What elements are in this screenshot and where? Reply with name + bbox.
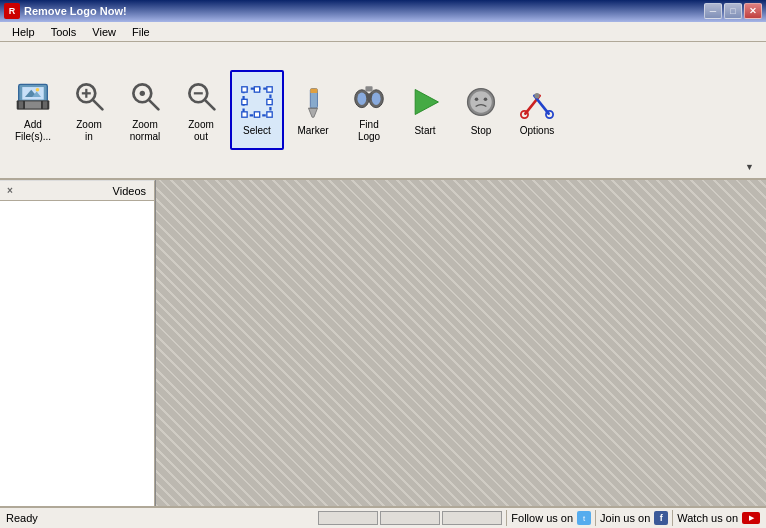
maximize-button[interactable]: □ [724, 3, 742, 19]
minimize-button[interactable]: ─ [704, 3, 722, 19]
start-button[interactable]: Start [398, 70, 452, 150]
svg-point-45 [534, 93, 539, 98]
join-us-segment: Join us on f [600, 511, 668, 525]
add-files-button[interactable]: AddFile(s)... [6, 70, 60, 150]
zoom-in-button[interactable]: Zoomin [62, 70, 116, 150]
select-button[interactable]: Select [230, 70, 284, 150]
youtube-icon[interactable]: ▶ [742, 512, 760, 524]
add-files-icon [14, 77, 52, 115]
sidebar-title: Videos [16, 185, 150, 197]
twitter-icon[interactable]: t [577, 511, 591, 525]
options-dropdown-arrow[interactable]: ▼ [745, 162, 754, 172]
start-label: Start [414, 125, 435, 137]
select-icon [238, 83, 276, 121]
svg-rect-26 [242, 99, 247, 104]
zoom-normal-label: Zoomnormal [130, 119, 161, 143]
svg-point-36 [372, 92, 381, 105]
sidebar-header: × Videos [0, 181, 154, 201]
start-icon [406, 83, 444, 121]
zoom-out-button[interactable]: Zoomout [174, 70, 228, 150]
find-logo-label: FindLogo [358, 119, 380, 143]
svg-line-14 [149, 100, 159, 110]
svg-rect-30 [310, 89, 317, 93]
svg-line-17 [205, 100, 215, 110]
svg-point-40 [470, 91, 491, 112]
svg-rect-23 [267, 112, 272, 117]
status-bar: Ready Follow us on t Join us on f Watch … [0, 506, 766, 528]
svg-line-10 [93, 100, 103, 110]
svg-rect-22 [242, 112, 247, 117]
find-logo-button[interactable]: FindLogo [342, 70, 396, 150]
facebook-icon[interactable]: f [654, 511, 668, 525]
zoom-out-icon [182, 77, 220, 115]
follow-us-segment: Follow us on t [511, 511, 591, 525]
window-controls: ─ □ ✕ [704, 3, 762, 19]
svg-marker-29 [309, 108, 318, 117]
options-button[interactable]: Options [510, 70, 564, 150]
status-divider-3 [672, 510, 673, 526]
status-divider-1 [506, 510, 507, 526]
svg-rect-20 [242, 87, 247, 92]
menu-file[interactable]: File [124, 24, 158, 40]
zoom-normal-icon [126, 77, 164, 115]
main-area: × Videos [0, 180, 766, 506]
svg-point-42 [484, 98, 488, 102]
marker-button[interactable]: Marker [286, 70, 340, 150]
marker-label: Marker [297, 125, 328, 137]
title-bar: R Remove Logo Now! ─ □ ✕ [0, 0, 766, 22]
stop-icon [462, 83, 500, 121]
svg-point-4 [36, 88, 40, 92]
watch-us-text: Watch us on [677, 512, 738, 524]
svg-rect-25 [254, 112, 259, 117]
progress-segment-2 [380, 511, 440, 525]
svg-point-41 [475, 98, 479, 102]
status-progress-area [318, 511, 502, 525]
add-files-label: AddFile(s)... [15, 119, 51, 143]
menu-tools[interactable]: Tools [43, 24, 85, 40]
progress-segment-1 [318, 511, 378, 525]
stop-button[interactable]: Stop [454, 70, 508, 150]
select-label: Select [243, 125, 271, 137]
stop-label: Stop [471, 125, 492, 137]
sidebar-content [0, 201, 154, 506]
options-icon [518, 83, 556, 121]
follow-us-text: Follow us on [511, 512, 573, 524]
toolbar: AddFile(s)... Zoomin Zoomnormal [0, 42, 766, 180]
zoom-out-label: Zoomout [188, 119, 214, 143]
find-logo-icon [350, 77, 388, 115]
svg-rect-27 [267, 99, 272, 104]
join-us-text: Join us on [600, 512, 650, 524]
svg-rect-8 [43, 101, 47, 108]
menu-help[interactable]: Help [4, 24, 43, 40]
svg-rect-7 [25, 101, 41, 108]
menu-bar: Help Tools View File [0, 22, 766, 42]
svg-point-15 [140, 91, 145, 96]
svg-point-35 [357, 92, 366, 105]
sidebar: × Videos [0, 180, 155, 506]
menu-view[interactable]: View [84, 24, 124, 40]
close-button[interactable]: ✕ [744, 3, 762, 19]
svg-rect-21 [267, 87, 272, 92]
options-label: Options [520, 125, 554, 137]
app-icon: R [4, 3, 20, 19]
watch-us-segment: Watch us on ▶ [677, 512, 760, 524]
svg-rect-6 [19, 101, 23, 108]
sidebar-close-button[interactable]: × [4, 185, 16, 197]
status-ready-text: Ready [6, 512, 318, 524]
canvas-area [155, 180, 766, 506]
marker-icon [294, 83, 332, 121]
zoom-normal-button[interactable]: Zoomnormal [118, 70, 172, 150]
svg-marker-38 [415, 89, 438, 114]
progress-segment-3 [442, 511, 502, 525]
zoom-in-label: Zoomin [76, 119, 102, 143]
zoom-in-icon [70, 77, 108, 115]
status-divider-2 [595, 510, 596, 526]
svg-rect-24 [254, 87, 259, 92]
window-title: Remove Logo Now! [24, 5, 704, 17]
svg-rect-37 [365, 86, 372, 91]
